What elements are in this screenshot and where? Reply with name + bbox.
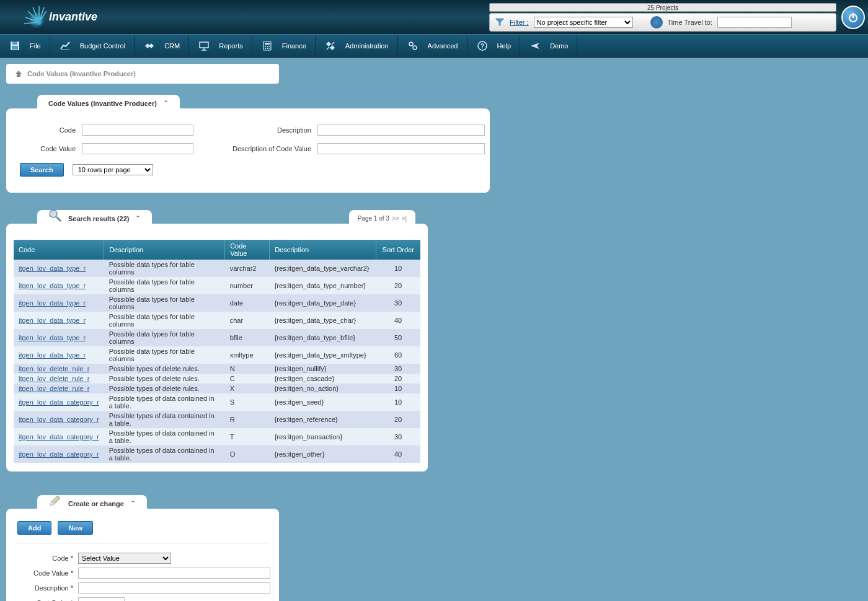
pager-next[interactable]: >>	[392, 215, 399, 222]
rows-per-page-select[interactable]: 10 rows per page	[73, 164, 153, 175]
disk-icon	[9, 40, 21, 52]
row-desc: Possible types of data contained in a ta…	[104, 428, 225, 445]
svg-line-5	[25, 17, 39, 22]
row-desc: Possible data types for table columns	[104, 294, 225, 312]
pager: Page 1 of 3 >> >|	[349, 210, 415, 224]
menu-finance[interactable]: Finance	[252, 35, 316, 57]
calculator-icon	[261, 40, 273, 52]
col-sort[interactable]: Sort Order	[376, 240, 420, 260]
row-desc: Possible data types for table columns	[104, 346, 225, 364]
row-vdesc: {res:itgen_seed}	[270, 393, 376, 411]
row-code-link[interactable]: itgen_lov_data_type_r	[14, 329, 104, 346]
menu-crm[interactable]: CRM	[135, 35, 189, 57]
row-value: char	[225, 312, 270, 329]
menu-file[interactable]: File	[0, 35, 50, 57]
row-code-link[interactable]: itgen_lov_data_category_r	[14, 445, 104, 463]
filter-link[interactable]: Filter :	[510, 19, 529, 26]
create-sort-order-input[interactable]	[78, 597, 125, 601]
row-vdesc: {res:itgen_data_type_varchar2}	[270, 260, 376, 277]
pager-last[interactable]: >|	[402, 215, 407, 222]
row-vdesc: {res:itgen_data_type_number}	[270, 277, 376, 294]
collapse-icon[interactable]: ⌃	[135, 214, 141, 222]
table-row: itgen_lov_delete_rule_rPossible types of…	[14, 374, 420, 384]
code-input[interactable]	[82, 125, 193, 136]
col-vdesc[interactable]: Description	[270, 240, 376, 260]
power-button[interactable]	[841, 6, 865, 29]
create-code-value-input[interactable]	[78, 568, 270, 579]
logo-text: invantive	[49, 11, 97, 24]
row-desc: Possible types of data contained in a ta…	[104, 393, 225, 411]
row-code-link[interactable]: itgen_lov_data_type_r	[14, 277, 104, 294]
menu-advanced[interactable]: Advanced	[398, 35, 467, 57]
new-button[interactable]: New	[58, 521, 93, 535]
svg-line-1	[39, 7, 44, 22]
svg-rect-14	[200, 42, 208, 48]
add-button[interactable]: Add	[17, 521, 51, 535]
table-row: itgen_lov_data_category_rPossible types …	[14, 428, 420, 445]
row-vdesc: {res:itgen_data_type_xmltype}	[270, 346, 376, 364]
collapse-icon[interactable]: ⌃	[163, 99, 169, 107]
pencil-icon	[48, 494, 62, 509]
menu-label: CRM	[164, 42, 180, 50]
row-code-link[interactable]: itgen_lov_data_category_r	[14, 428, 104, 445]
row-desc: Possible types of delete rules.	[104, 384, 225, 393]
row-value: T	[225, 428, 270, 445]
svg-line-3	[33, 7, 39, 22]
row-code-link[interactable]: itgen_lov_data_category_r	[14, 393, 104, 411]
col-code[interactable]: Code	[14, 240, 104, 260]
row-code-link[interactable]: itgen_lov_delete_rule_r	[14, 374, 104, 384]
description-input[interactable]	[317, 125, 485, 136]
svg-line-30	[56, 217, 61, 221]
desc-code-value-input[interactable]	[317, 143, 485, 154]
menu-budget[interactable]: Budget Control	[50, 35, 135, 57]
create-code-label: Code *	[17, 555, 73, 562]
filter-select[interactable]: No project specific filter	[534, 17, 633, 28]
menu-reports[interactable]: Reports	[189, 35, 252, 57]
row-desc: Possible data types for table columns	[104, 329, 225, 346]
menu-demo[interactable]: Demo	[520, 35, 577, 57]
timetravel-input[interactable]	[717, 17, 792, 28]
code-label: Code	[20, 126, 76, 134]
menubar: File Budget Control CRM Reports Finance …	[0, 34, 868, 58]
menu-help[interactable]: ? Help	[467, 35, 521, 57]
row-code-link[interactable]: itgen_lov_data_type_r	[14, 312, 104, 329]
breadcrumb: Code Values (Invantive Producer)	[6, 64, 279, 84]
row-code-link[interactable]: itgen_lov_data_category_r	[14, 411, 104, 428]
row-desc: Possible data types for table columns	[104, 277, 225, 294]
search-button[interactable]: Search	[20, 163, 64, 177]
code-value-label: Code Value	[20, 145, 76, 152]
create-description-input[interactable]	[78, 582, 270, 594]
row-vdesc: {res:itgen_transaction}	[270, 428, 376, 445]
pager-text: Page 1 of 3	[358, 215, 389, 222]
row-code-link[interactable]: itgen_lov_delete_rule_r	[14, 384, 104, 393]
table-row: itgen_lov_data_category_rPossible types …	[14, 411, 420, 428]
row-desc: Possible types of delete rules.	[104, 364, 225, 374]
row-code-link[interactable]: itgen_lov_delete_rule_r	[14, 364, 104, 374]
breadcrumb-text: Code Values (Invantive Producer)	[27, 70, 136, 77]
svg-point-20	[267, 46, 268, 47]
col-desc[interactable]: Description	[104, 240, 225, 260]
col-value[interactable]: Code Value	[225, 240, 270, 260]
row-code-link[interactable]: itgen_lov_data_type_r	[14, 294, 104, 312]
row-sort: 40	[376, 312, 420, 329]
header: invantive 25 Projects Filter : No projec…	[0, 0, 868, 34]
projects-count[interactable]: 25 Projects	[489, 3, 836, 12]
row-value: date	[225, 294, 270, 312]
row-value: xmltype	[225, 346, 270, 364]
row-vdesc: {res:itgen_no_action}	[270, 384, 376, 393]
magnifier-icon	[48, 209, 62, 224]
search-panel-title: Code Values (Invantive Producer)	[48, 100, 157, 107]
code-value-input[interactable]	[82, 143, 193, 154]
table-row: itgen_lov_data_type_rPossible data types…	[14, 294, 420, 312]
menu-admin[interactable]: Administration	[316, 35, 398, 57]
row-vdesc: {res:itgen_nullify}	[270, 364, 376, 374]
row-sort: 30	[376, 364, 420, 374]
home-icon[interactable]	[15, 70, 22, 77]
row-value: O	[225, 445, 270, 463]
row-code-link[interactable]: itgen_lov_data_type_r	[14, 260, 104, 277]
row-code-link[interactable]: itgen_lov_data_type_r	[14, 346, 104, 364]
description-label: Description	[200, 126, 311, 134]
row-sort: 30	[376, 294, 420, 312]
create-code-select[interactable]: Select Value	[78, 553, 171, 564]
collapse-icon[interactable]: ⌃	[130, 499, 136, 507]
